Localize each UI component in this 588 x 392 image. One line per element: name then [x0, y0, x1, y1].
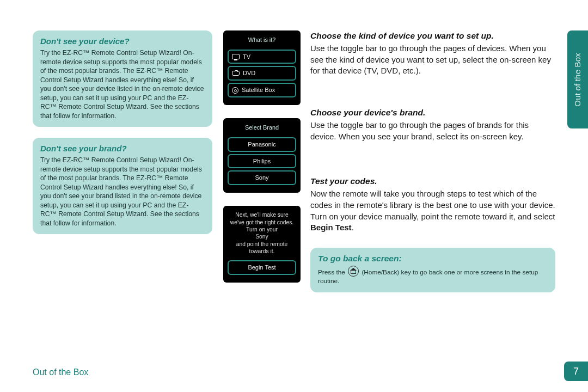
remote-message-line: Next, we'll make sure we've got the righ… — [230, 212, 293, 232]
remote-option-sony[interactable]: Sony — [228, 170, 296, 185]
satellite-icon — [232, 87, 238, 94]
remote-option-tv[interactable]: TV — [228, 50, 296, 64]
callout-body: Try the EZ-RC™ Remote Control Setup Wiza… — [40, 156, 205, 228]
remote-message-brand: Sony — [255, 234, 268, 240]
remote-option-label: Panasonic — [248, 140, 275, 149]
step-body-bold: Begin Test — [310, 223, 352, 232]
remote-option-label: Begin Test — [248, 264, 275, 272]
callout-heading: Don't see your device? — [40, 36, 205, 47]
section-side-tab: Out of the Box — [567, 30, 588, 128]
footer-section-label: Out of the Box — [33, 366, 88, 378]
step-heading: Test your codes. — [310, 176, 555, 187]
step-heading: Choose your device's brand. — [310, 107, 555, 119]
callout-dont-see-device: Don't see your device? Try the EZ-RC™ Re… — [33, 30, 212, 127]
left-column: Don't see your device? Try the EZ-RC™ Re… — [33, 30, 212, 245]
right-column: Choose the kind of device you want to se… — [310, 30, 555, 303]
remote-option-label: Philips — [253, 157, 271, 166]
callout-heading: Don't see your brand? — [40, 143, 205, 154]
step-body: Use the toggle bar to go through the pag… — [310, 43, 555, 77]
callout-go-back: To go back a screen: Press the (Home/Bac… — [310, 248, 555, 292]
middle-column: What is it? TV DVD Satellite Box Select … — [223, 30, 299, 296]
remote-option-satellite[interactable]: Satellite Box — [228, 83, 296, 97]
remote-option-panasonic[interactable]: Panasonic — [228, 137, 296, 152]
step-body: Now the remote will take you through ste… — [310, 188, 555, 234]
remote-option-label: DVD — [243, 69, 255, 77]
callout-body: Try the EZ-RC™ Remote Control Setup Wiza… — [40, 48, 205, 120]
step-body-text: . — [352, 223, 354, 232]
callout-body-text: Press the — [318, 268, 347, 276]
remote-message: Next, we'll make sure we've got the righ… — [226, 210, 297, 258]
page-number: 7 — [564, 362, 588, 381]
step-body-text: Now the remote will take you through ste… — [310, 189, 555, 220]
remote-title: Select Brand — [226, 122, 297, 135]
home-icon — [348, 266, 359, 277]
remote-begin-test-button[interactable]: Begin Test — [228, 260, 296, 275]
remote-title: What is it? — [226, 35, 297, 47]
step-heading: Choose the kind of device you want to se… — [310, 30, 555, 42]
section-side-tab-label: Out of the Box — [572, 53, 583, 107]
step-body: Use the toggle bar to go through the pag… — [310, 120, 555, 142]
tv-icon — [232, 54, 240, 59]
callout-heading: To go back a screen: — [318, 253, 548, 265]
remote-option-dvd[interactable]: DVD — [228, 66, 296, 81]
page-footer: Out of the Box 7 — [33, 364, 588, 381]
remote-message-line: and point the remote towards it. — [236, 241, 287, 254]
content-columns: Don't see your device? Try the EZ-RC™ Re… — [33, 30, 555, 303]
remote-screen-device-type: What is it? TV DVD Satellite Box — [223, 30, 301, 105]
callout-body: Press the (Home/Back) key to go back one… — [318, 266, 548, 286]
remote-option-label: TV — [243, 53, 250, 61]
remote-screen-brand: Select Brand Panasonic Philips Sony — [223, 118, 301, 193]
dvd-icon — [232, 71, 240, 76]
callout-dont-see-brand: Don't see your brand? Try the EZ-RC™ Rem… — [33, 138, 212, 234]
remote-screen-test: Next, we'll make sure we've got the righ… — [223, 206, 301, 283]
remote-option-label: Sony — [255, 174, 268, 182]
remote-option-label: Satellite Box — [242, 86, 275, 94]
remote-option-philips[interactable]: Philips — [228, 154, 296, 169]
